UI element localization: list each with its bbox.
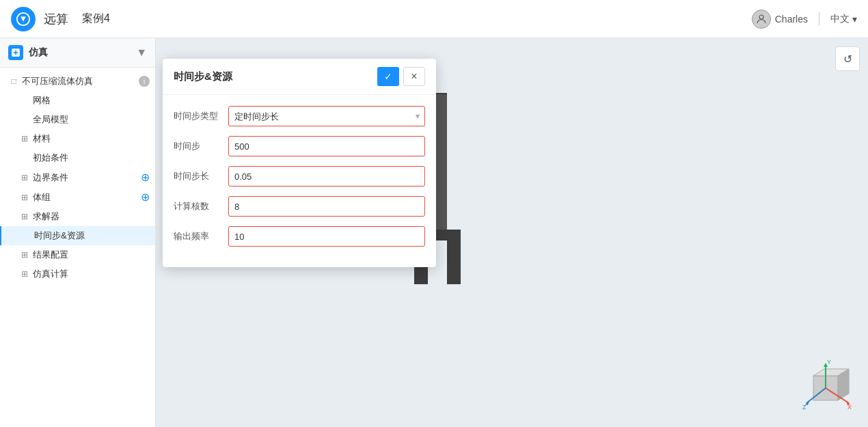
sidebar-tree: □ 不可压缩流体仿真 i 网格 全局模型 ⊞ 材料 初始条 — [0, 68, 155, 427]
form-row-time-steps: 时间步 — [174, 136, 425, 156]
time-step-type-select[interactable]: 定时间步长 自适应 — [228, 106, 425, 126]
app-logo — [11, 7, 36, 31]
dialog-body: 时间步类型 定时间步长 自适应 ▾ 时间步 — [163, 95, 436, 267]
sidebar-item-body-group[interactable]: ⊞ 体组 ⊕ — [0, 187, 155, 207]
expand-icon — [21, 230, 31, 241]
expand-icon: ⊞ — [19, 133, 30, 144]
tree-item-label: 结果配置 — [33, 249, 150, 261]
svg-point-1 — [759, 15, 763, 19]
refresh-icon: ↺ — [843, 53, 852, 66]
field-label-compute-cores: 计算核数 — [174, 200, 228, 212]
expand-icon — [19, 152, 30, 163]
sidebar-item-material[interactable]: ⊞ 材料 — [0, 129, 155, 148]
tree-item-label: 边界条件 — [33, 171, 138, 184]
tree-item-label: 仿真计算 — [33, 268, 150, 280]
user-avatar-icon — [752, 10, 771, 29]
chevron-down-icon: ▾ — [852, 14, 857, 25]
time-step-size-input[interactable] — [228, 166, 425, 187]
field-wrap-compute-cores — [228, 196, 425, 217]
sidebar-item-time-step[interactable]: 时间步&资源 — [0, 226, 155, 245]
tree-item-label: 全局模型 — [33, 113, 150, 126]
expand-icon: ⊞ — [19, 211, 30, 222]
field-wrap-time-step-type: 定时间步长 自适应 ▾ — [228, 106, 425, 126]
time-step-dialog: 时间步&资源 ✓ × 时间步类型 定时间步长 自适应 ▾ — [163, 59, 436, 267]
info-icon: i — [139, 76, 150, 87]
tree-item-label: 体组 — [33, 191, 138, 204]
expand-icon — [19, 95, 30, 106]
expand-icon: ⊞ — [19, 172, 30, 183]
dialog-cancel-button[interactable]: × — [403, 67, 425, 86]
sidebar: 仿真 ▼ □ 不可压缩流体仿真 i 网格 全局模型 ⊞ — [0, 38, 156, 427]
header-left: 远算 案例4 — [11, 7, 110, 31]
field-label-time-step-size: 时间步长 — [174, 170, 228, 182]
field-wrap-time-steps — [228, 136, 425, 156]
svg-rect-7 — [447, 230, 461, 284]
app-name: 远算 — [44, 11, 68, 27]
user-area: Charles — [752, 10, 808, 29]
svg-text:Z: Z — [802, 404, 806, 411]
add-boundary-icon[interactable]: ⊕ — [141, 171, 150, 184]
header-divider — [819, 12, 819, 26]
expand-icon: ⊞ — [19, 268, 30, 279]
tree-item-label: 时间步&资源 — [34, 230, 150, 242]
sidebar-item-incompressible[interactable]: □ 不可压缩流体仿真 i — [0, 72, 155, 91]
expand-icon — [19, 114, 30, 125]
form-row-time-step-size: 时间步长 — [174, 166, 425, 187]
dialog-actions: ✓ × — [377, 67, 425, 86]
tree-item-label: 初始条件 — [33, 152, 150, 164]
expand-icon: □ — [8, 76, 19, 87]
tree-item-label: 不可压缩流体仿真 — [22, 75, 136, 87]
sidebar-label: 仿真 — [29, 46, 48, 59]
add-body-group-icon[interactable]: ⊕ — [141, 191, 150, 204]
dialog-header: 时间步&资源 ✓ × — [163, 59, 436, 95]
field-wrap-time-step-size — [228, 166, 425, 187]
field-label-time-steps: 时间步 — [174, 140, 228, 152]
simulation-icon — [8, 45, 23, 60]
expand-icon: ⊞ — [19, 192, 30, 203]
case-name: 案例4 — [82, 12, 110, 26]
main-layout: 仿真 ▼ □ 不可压缩流体仿真 i 网格 全局模型 ⊞ — [0, 38, 868, 427]
dialog-title: 时间步&资源 — [174, 70, 232, 83]
refresh-button[interactable]: ↺ — [835, 46, 860, 71]
sidebar-header: 仿真 ▼ — [0, 38, 155, 68]
sidebar-item-mesh[interactable]: 网格 — [0, 91, 155, 110]
tree-item-label: 网格 — [33, 94, 150, 107]
form-row-output-freq: 输出频率 — [174, 226, 425, 247]
sidebar-item-solver[interactable]: ⊞ 求解器 — [0, 207, 155, 226]
app-header: 远算 案例4 Charles 中文 ▾ — [0, 0, 868, 38]
sidebar-collapse-icon[interactable]: ▼ — [136, 46, 147, 59]
tree-item-label: 求解器 — [33, 210, 150, 223]
output-freq-input[interactable] — [228, 226, 425, 247]
language-selector[interactable]: 中文 ▾ — [830, 13, 857, 25]
expand-icon: ⊞ — [19, 249, 30, 260]
language-label: 中文 — [830, 13, 850, 25]
svg-text:X: X — [847, 404, 852, 411]
sidebar-item-result-config[interactable]: ⊞ 结果配置 — [0, 245, 155, 264]
tree-item-label: 材料 — [33, 133, 150, 145]
user-name: Charles — [775, 14, 808, 25]
sidebar-item-global-model[interactable]: 全局模型 — [0, 110, 155, 129]
compute-cores-input[interactable] — [228, 196, 425, 217]
field-wrap-output-freq — [228, 226, 425, 247]
time-steps-input[interactable] — [228, 136, 425, 156]
svg-text:Y: Y — [827, 359, 831, 366]
form-row-compute-cores: 计算核数 — [174, 196, 425, 217]
field-label-output-freq: 输出频率 — [174, 230, 228, 243]
form-row-time-step-type: 时间步类型 定时间步长 自适应 ▾ — [174, 106, 425, 126]
axis-indicator: Y Z X — [800, 359, 854, 413]
sidebar-item-simulation-calc[interactable]: ⊞ 仿真计算 — [0, 264, 155, 284]
axis-svg: Y Z X — [800, 359, 854, 413]
header-right: Charles 中文 ▾ — [752, 10, 857, 29]
sidebar-item-boundary-conditions[interactable]: ⊞ 边界条件 ⊕ — [0, 167, 155, 187]
field-label-time-step-type: 时间步类型 — [174, 110, 228, 122]
dialog-confirm-button[interactable]: ✓ — [377, 67, 399, 86]
sidebar-title-area: 仿真 — [8, 45, 48, 60]
sidebar-item-initial-conditions[interactable]: 初始条件 — [0, 148, 155, 167]
viewport-area: ↺ 时间步&资源 ✓ × 时间步类型 定时间步长 自适应 — [156, 38, 868, 427]
